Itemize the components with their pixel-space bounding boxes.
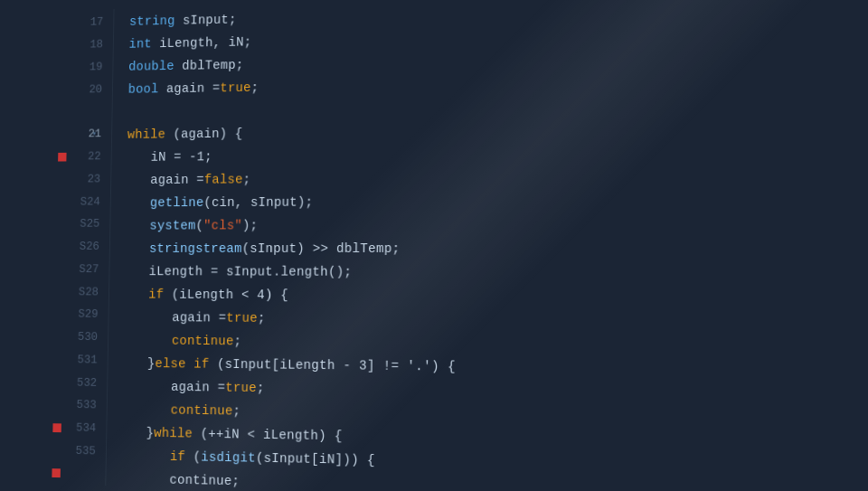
- token-continue: continue: [171, 403, 233, 419]
- code-editor: 17 18 19 20 21 ▾ 22 23 S24 S25 S26 S27 S…: [48, 0, 868, 491]
- token-true: true: [225, 381, 257, 395]
- line-num-29: S29: [52, 303, 108, 326]
- code-line-24: getline (cin, sInput);: [150, 188, 868, 214]
- token-false: false: [204, 173, 243, 187]
- token-var: again =: [171, 380, 225, 395]
- token-semi: ;: [243, 173, 251, 187]
- token-cond: (++iN < iLength) {: [193, 427, 343, 444]
- token-while: while: [127, 127, 165, 142]
- token-semi: ;: [232, 404, 241, 419]
- token-partial: continue;: [169, 473, 240, 489]
- line-num-21: 21 ▾: [55, 122, 112, 145]
- token-cond: (sInput[iLength - 3] != '.') {: [209, 357, 456, 374]
- line-number-gutter: 17 18 19 20 21 ▾ 22 23 S24 S25 S26 S27 S…: [48, 9, 114, 486]
- token-type: bool: [128, 82, 159, 97]
- line-num-31: 531: [51, 348, 108, 372]
- token-fn: system: [149, 219, 195, 233]
- token-brace: }: [147, 356, 156, 371]
- token-var: again =: [158, 81, 220, 96]
- token-var: again =: [150, 173, 204, 187]
- code-line-25: system ( "cls" );: [149, 212, 868, 238]
- token-else-if: else if: [155, 356, 209, 371]
- token-semi: ;: [257, 381, 265, 395]
- token-type: double: [128, 59, 175, 73]
- token-if: if: [170, 449, 185, 464]
- line-num-25: S25: [53, 212, 110, 235]
- token-semi: ;: [234, 334, 242, 348]
- line-num-26: S26: [52, 235, 109, 258]
- token-paren: (: [195, 219, 203, 233]
- line-num-36: [48, 462, 105, 486]
- code-line-23: again = false ;: [150, 164, 868, 192]
- line-num-33: 533: [50, 393, 107, 417]
- token-cond: (again) {: [165, 127, 243, 141]
- token-close: );: [242, 219, 258, 233]
- token-type: int: [128, 37, 151, 52]
- token-var: iLength, iN;: [152, 35, 252, 51]
- token-brace: }: [146, 426, 155, 440]
- line-num-blank: [55, 100, 112, 123]
- token-args: (sInput[iN])) {: [256, 451, 375, 467]
- token-var: sInput;: [175, 13, 236, 28]
- token-if: if: [148, 288, 164, 302]
- line-num-30: 530: [51, 326, 108, 349]
- token-args: (cin, sInput);: [203, 195, 313, 210]
- token-while2: while: [154, 426, 193, 441]
- token-bool: true: [220, 80, 250, 95]
- line-num-27: S27: [52, 258, 109, 280]
- token-var: again =: [172, 310, 226, 325]
- token-string: "cls": [203, 219, 242, 233]
- token-assign: iN = -1;: [151, 150, 212, 165]
- token-var: dblTemp;: [175, 58, 244, 73]
- token-semi: ;: [251, 80, 259, 95]
- line-num-22: 22: [54, 145, 111, 167]
- token-fn: isdigit: [201, 450, 256, 466]
- code-line-26: stringstream (sInput) >> dblTemp;: [149, 237, 868, 261]
- line-num-28: S28: [52, 280, 108, 303]
- token-fn: stringstream: [149, 241, 242, 256]
- token-type: string: [129, 14, 175, 28]
- token-true: true: [226, 311, 258, 326]
- token-args: (sInput) >> dblTemp;: [242, 241, 401, 256]
- token-continue: continue: [172, 334, 234, 348]
- line-num-18: 18: [57, 33, 113, 57]
- line-num-17: 17: [57, 11, 113, 34]
- token-paren: (: [185, 449, 201, 464]
- line-num-24: S24: [53, 190, 110, 212]
- line-num-34: 534: [49, 416, 106, 439]
- line-num-20: 20: [56, 78, 113, 101]
- editor-window: 17 18 19 20 21 ▾ 22 23 S24 S25 S26 S27 S…: [0, 0, 868, 491]
- line-num-19: 19: [56, 55, 112, 79]
- line-num-23: 23: [54, 167, 111, 190]
- token-fn: getline: [150, 195, 204, 210]
- token-cond: (iLength < 4) {: [164, 288, 288, 302]
- line-num-32: 532: [50, 371, 107, 394]
- token-var: iLength = sInput.length();: [149, 264, 353, 279]
- token-semi: ;: [258, 311, 266, 326]
- code-content: string sInput; int iLength, iN; double d…: [106, 0, 868, 491]
- code-line-27: iLength = sInput.length();: [148, 260, 868, 286]
- line-num-35: 535: [49, 439, 106, 462]
